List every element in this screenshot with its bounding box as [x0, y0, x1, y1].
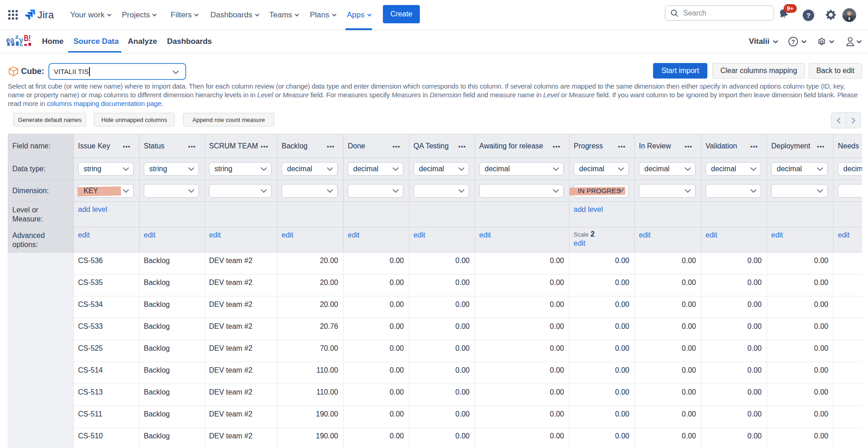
svg-text:B!: B!: [24, 34, 31, 43]
svg-text:y: y: [19, 36, 23, 45]
svg-text:z: z: [15, 34, 19, 40]
svg-text:?: ?: [791, 39, 795, 45]
svg-text:?: ?: [806, 12, 810, 19]
